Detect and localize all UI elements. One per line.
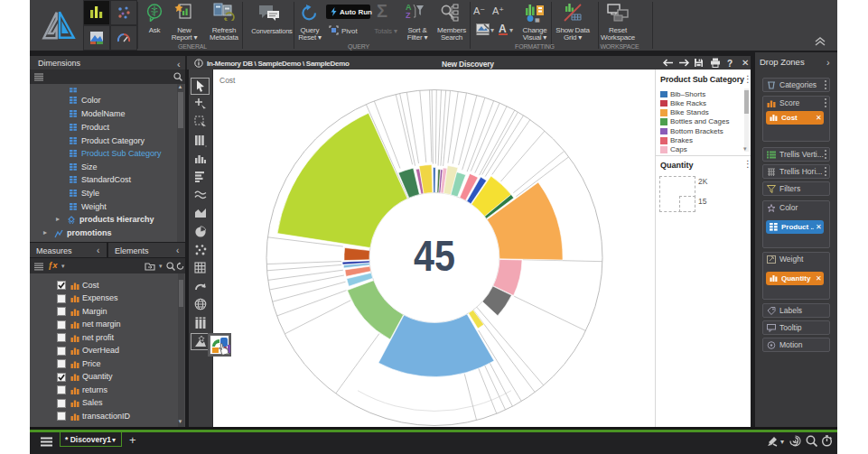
svg-text:▦: ▦ — [535, 17, 540, 23]
svg-text:Z: Z — [406, 11, 411, 20]
svg-text:45: 45 — [414, 231, 455, 280]
